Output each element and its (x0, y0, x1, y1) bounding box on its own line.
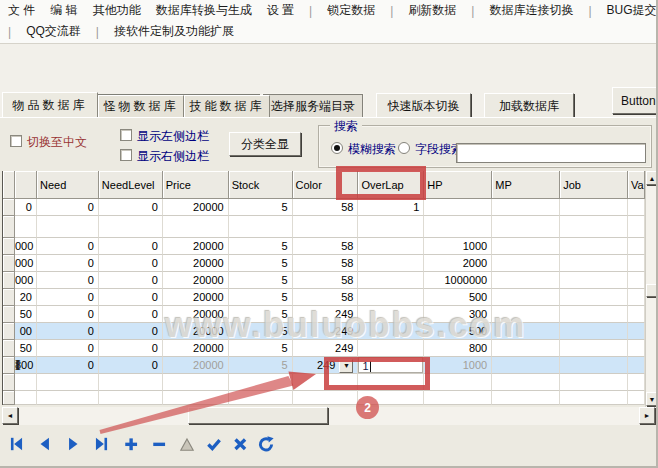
overlap-edit-input[interactable]: 1 (358, 357, 423, 373)
column-header-Stock[interactable]: Stock (229, 171, 293, 199)
table-cell[interactable]: 0 (37, 255, 99, 272)
table-cell[interactable]: 0 (37, 238, 99, 255)
table-cell[interactable] (628, 374, 645, 391)
row-header-cell[interactable] (3, 255, 15, 272)
column-header-Va[interactable]: Va (628, 171, 645, 199)
table-cell[interactable] (492, 216, 560, 238)
tab-2[interactable]: 技能数据库 (184, 95, 270, 117)
table-cell[interactable]: 58 (293, 255, 359, 272)
table-cell[interactable] (424, 391, 492, 405)
row-header-cell[interactable] (3, 272, 15, 289)
table-cell[interactable] (560, 357, 628, 374)
menu2-item-1[interactable]: QQ交流群 (26, 23, 81, 40)
table-row[interactable]: 200020000558500 (3, 289, 645, 306)
table-cell[interactable]: 1 (358, 357, 424, 374)
table-cell[interactable] (229, 374, 293, 391)
table-cell[interactable]: 0 (99, 238, 163, 255)
table-cell[interactable]: 000 (15, 238, 37, 255)
hscroll-thumb[interactable] (188, 407, 328, 424)
table-cell[interactable]: 58 (293, 199, 359, 216)
table-cell[interactable] (99, 391, 163, 405)
table-cell[interactable]: 20000 (163, 255, 229, 272)
show-left-sidebar-checkbox[interactable] (120, 129, 132, 141)
table-cell[interactable]: 2000 (424, 255, 492, 272)
scroll-up-button[interactable]: ▲ (646, 171, 658, 185)
delete-record-icon[interactable] (150, 435, 168, 453)
table-cell[interactable] (628, 272, 645, 289)
table-cell[interactable] (560, 255, 628, 272)
last-record-icon[interactable] (92, 435, 110, 453)
row-header-cell[interactable] (3, 238, 15, 255)
table-cell[interactable]: 5 (229, 357, 293, 374)
table-cell[interactable] (560, 216, 628, 238)
column-header-Price[interactable]: Price (163, 171, 229, 199)
tab-1[interactable]: 怪物数据库 (98, 95, 184, 117)
table-cell[interactable] (628, 216, 645, 238)
table-cell[interactable]: 5 (229, 289, 293, 306)
refresh-data-icon[interactable] (257, 435, 275, 453)
table-cell[interactable] (163, 374, 229, 391)
scroll-down-button[interactable]: ▼ (646, 392, 658, 406)
table-cell[interactable] (560, 238, 628, 255)
table-cell[interactable] (628, 255, 645, 272)
table-cell[interactable]: 1000000 (424, 272, 492, 289)
table-cell[interactable]: 58 (293, 238, 359, 255)
table-cell[interactable]: 000 (15, 255, 37, 272)
table-cell[interactable]: 0 (15, 199, 37, 216)
table-cell[interactable]: 1 (358, 199, 424, 216)
table-cell[interactable]: 0 (37, 289, 99, 306)
table-cell[interactable] (99, 216, 163, 238)
table-cell[interactable] (293, 216, 359, 238)
category-show-all-button[interactable]: 分类全显 (229, 132, 301, 156)
table-cell[interactable] (358, 216, 424, 238)
table-row[interactable] (3, 374, 645, 391)
column-header-NeedLevel[interactable]: NeedLevel (99, 171, 163, 199)
table-cell[interactable] (358, 272, 424, 289)
table-cell[interactable] (560, 306, 628, 323)
menu-item-4[interactable]: 设 置 (267, 2, 294, 19)
column-header-HP[interactable]: HP (424, 171, 492, 199)
table-cell[interactable] (424, 216, 492, 238)
row-header-cell[interactable] (3, 306, 15, 323)
table-cell[interactable]: 5 (229, 255, 293, 272)
table-cell[interactable] (560, 272, 628, 289)
show-right-sidebar-checkbox[interactable] (120, 149, 132, 161)
table-cell[interactable] (163, 391, 229, 405)
table-cell[interactable] (560, 323, 628, 340)
table-cell[interactable] (37, 374, 99, 391)
table-cell[interactable] (560, 289, 628, 306)
table-row[interactable]: 00000200005581000000 (3, 272, 645, 289)
table-row[interactable] (3, 216, 645, 238)
row-header-cell[interactable] (3, 340, 15, 357)
row-header-cell[interactable] (3, 199, 15, 216)
table-cell[interactable] (628, 340, 645, 357)
prior-record-icon[interactable] (36, 435, 54, 453)
table-cell[interactable]: 1000 (424, 238, 492, 255)
table-cell[interactable] (628, 391, 645, 405)
table-cell[interactable] (15, 374, 37, 391)
table-cell[interactable] (560, 340, 628, 357)
scroll-right-button[interactable]: ► (639, 407, 655, 424)
menu-item-1[interactable]: 编 辑 (50, 2, 77, 19)
table-cell[interactable]: 20000 (163, 357, 229, 374)
table-row[interactable]: 00000200005581000 (3, 238, 645, 255)
table-cell[interactable] (358, 391, 424, 405)
column-header-Job[interactable]: Job (560, 171, 628, 199)
table-cell[interactable]: 0 (37, 340, 99, 357)
column-header-Need[interactable]: Need (37, 171, 99, 199)
table-cell[interactable]: 20 (15, 289, 37, 306)
table-cell[interactable]: 000 (15, 272, 37, 289)
table-cell[interactable] (560, 374, 628, 391)
table-cell[interactable] (560, 391, 628, 405)
column-header-blank-1[interactable] (15, 171, 37, 199)
table-cell[interactable]: 20000 (163, 289, 229, 306)
table-cell[interactable]: 1000 (424, 357, 492, 374)
table-cell[interactable]: 20000 (163, 238, 229, 255)
table-cell[interactable]: 50 (15, 306, 37, 323)
table-cell[interactable] (37, 391, 99, 405)
row-header-cell[interactable] (3, 216, 15, 238)
table-cell[interactable]: 0 (99, 199, 163, 216)
table-cell[interactable] (358, 255, 424, 272)
table-cell[interactable]: 0 (37, 306, 99, 323)
table-cell[interactable]: 0 (37, 323, 99, 340)
